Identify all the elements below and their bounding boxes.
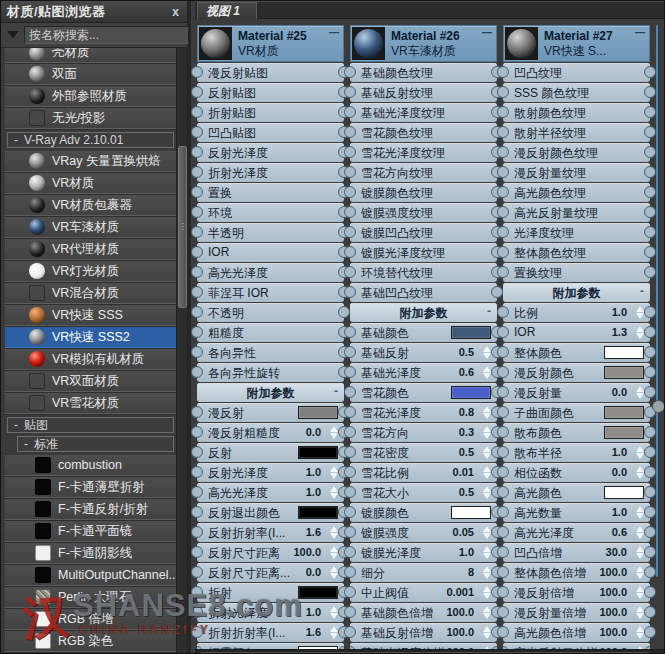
texture-slot-row[interactable]: 散射半径纹理	[503, 123, 650, 142]
horizontal-scrollbar[interactable]	[195, 649, 665, 654]
parameter-value-row[interactable]: 反射光泽度 1.0	[197, 463, 344, 482]
texture-slot-row[interactable]: 漫反射贴图	[197, 63, 344, 82]
texture-slot-row[interactable]: 凹凸贴图	[197, 123, 344, 142]
texture-slot-row[interactable]: 镀膜强度纹理	[350, 203, 497, 222]
parameter-value-row[interactable]: 折射光泽度 1.0	[197, 603, 344, 622]
parameter-value-row[interactable]: 散布半径 1.0	[503, 443, 650, 462]
output-socket[interactable]	[644, 206, 656, 218]
output-socket[interactable]	[644, 446, 656, 458]
sidebar-item[interactable]: VR模拟有机材质	[5, 349, 176, 370]
parameter-value[interactable]: 0.3	[459, 426, 474, 438]
parameter-value[interactable]: 100.0	[599, 626, 627, 638]
parameter-value[interactable]: 0.5	[459, 346, 474, 358]
output-socket[interactable]	[644, 486, 656, 498]
input-socket[interactable]	[191, 66, 203, 78]
parameter-value-row[interactable]: 雪花密度 0.5	[350, 443, 497, 462]
input-socket[interactable]	[497, 226, 509, 238]
parameter-value-row[interactable]: 镀膜光泽度 1.0	[350, 543, 497, 562]
input-socket[interactable]	[497, 206, 509, 218]
parameter-value-row[interactable]: 高光光泽度 0.6	[503, 523, 650, 542]
input-socket[interactable]	[344, 86, 356, 98]
parameter-value[interactable]: 100.0	[293, 546, 321, 558]
parameter-value-row[interactable]: 雪花光泽度 0.8	[350, 403, 497, 422]
parameter-value[interactable]: 100.0	[599, 566, 627, 578]
parameter-color-row[interactable]: 反射退出颜色	[197, 503, 344, 522]
sidebar-item[interactable]: 外部参照材质	[5, 86, 176, 107]
material-preview-sphere[interactable]	[199, 27, 232, 60]
texture-slot-row[interactable]: 镀膜凹凸纹理	[350, 223, 497, 242]
parameter-color-row[interactable]: 基础颜色	[350, 323, 497, 342]
texture-slot-row[interactable]: 高光颜色纹理	[503, 183, 650, 202]
input-socket[interactable]	[344, 146, 356, 158]
texture-slot-row[interactable]: 漫反射颜色纹理	[503, 143, 650, 162]
sidebar-item[interactable]: RGB 倍增	[5, 609, 176, 630]
parameter-value-row[interactable]: 雪花比例 0.01	[350, 463, 497, 482]
input-socket[interactable]	[497, 386, 509, 398]
input-socket[interactable]	[344, 586, 356, 598]
color-swatch[interactable]	[451, 386, 491, 399]
texture-slot-row[interactable]: 各向异性旋转	[197, 363, 344, 382]
input-socket[interactable]	[497, 486, 509, 498]
parameter-value-row[interactable]: 中止阀值 0.001	[350, 583, 497, 602]
parameter-value-row[interactable]: 雪花大小 0.5	[350, 483, 497, 502]
collapse-node-icon[interactable]: —	[329, 27, 339, 38]
parameter-color-row[interactable]: 折射	[197, 583, 344, 602]
texture-slot-row[interactable]: 粗糙度	[197, 323, 344, 342]
input-socket[interactable]	[497, 246, 509, 258]
texture-slot-row[interactable]: 置换纹理	[503, 263, 650, 282]
input-socket[interactable]	[191, 266, 203, 278]
input-socket[interactable]	[191, 466, 203, 478]
output-socket[interactable]	[644, 106, 656, 118]
output-socket[interactable]	[644, 586, 656, 598]
texture-slot-row[interactable]: 折射光泽度	[197, 163, 344, 182]
sidebar-item[interactable]: MultiOutputChannel...	[5, 565, 176, 586]
texture-slot-row[interactable]: 基础反射纹理	[350, 83, 497, 102]
texture-slot-row[interactable]: 雪花颜色纹理	[350, 123, 497, 142]
parameter-value-row[interactable]: 基础颜色倍增 100.0	[350, 603, 497, 622]
input-socket[interactable]	[497, 106, 509, 118]
texture-slot-row[interactable]: 基础凹凸纹理	[350, 283, 497, 302]
input-socket[interactable]	[497, 126, 509, 138]
input-socket[interactable]	[344, 566, 356, 578]
rollout-header-row[interactable]: 附加参数 -	[197, 383, 344, 402]
input-socket[interactable]	[191, 506, 203, 518]
texture-slot-row[interactable]: 菲涅耳 IOR	[197, 283, 344, 302]
sidebar-item[interactable]: VR车漆材质	[5, 217, 176, 238]
sidebar-item[interactable]: 壳材质	[5, 48, 176, 63]
sidebar-item[interactable]: VRay 矢量置换烘焙	[5, 151, 176, 172]
parameter-value[interactable]: 1.3	[612, 326, 627, 338]
parameter-value-row[interactable]: IOR 1.3	[503, 323, 650, 342]
sidebar-item[interactable]: VR雪花材质	[5, 393, 176, 414]
texture-slot-row[interactable]: 各向异性	[197, 343, 344, 362]
texture-slot-row[interactable]: 基础光泽度纹理	[350, 103, 497, 122]
sidebar-item[interactable]: VR灯光材质	[5, 261, 176, 282]
sidebar-scrollbar[interactable]	[176, 48, 187, 654]
sidebar-item[interactable]: VR材质	[5, 173, 176, 194]
parameter-value-row[interactable]: 高光颜色倍增 100.0	[503, 623, 650, 642]
sidebar-item[interactable]: F-卡通平面镜	[5, 521, 176, 542]
output-socket[interactable]	[644, 146, 656, 158]
texture-slot-row[interactable]: 半透明	[197, 223, 344, 242]
texture-slot-row[interactable]: 基础颜色纹理	[350, 63, 497, 82]
input-socket[interactable]	[191, 146, 203, 158]
parameter-value[interactable]: 100.0	[599, 586, 627, 598]
color-swatch[interactable]	[451, 506, 491, 519]
parameter-value[interactable]: 1.0	[612, 306, 627, 318]
close-icon[interactable]: x	[170, 5, 181, 19]
parameter-value-row[interactable]: 反射折射率(I... 1.6	[197, 523, 344, 542]
input-socket[interactable]	[191, 626, 203, 638]
input-socket[interactable]	[497, 346, 509, 358]
input-socket[interactable]	[344, 186, 356, 198]
output-socket[interactable]	[644, 266, 656, 278]
material-node-header[interactable]: Material #25 VR材质 —	[197, 25, 344, 62]
parameter-value[interactable]: 0.0	[612, 386, 627, 398]
parameter-value[interactable]: 0.05	[453, 526, 474, 538]
parameter-value[interactable]: 0.0	[306, 426, 321, 438]
parameter-color-row[interactable]: 子曲面颜色	[503, 403, 650, 422]
parameter-value-row[interactable]: 基础反射倍增 100.0	[350, 623, 497, 642]
input-socket[interactable]	[344, 546, 356, 558]
input-socket[interactable]	[497, 266, 509, 278]
parameter-color-row[interactable]: 整体颜色	[503, 343, 650, 362]
sidebar-item[interactable]: 无光/投影	[5, 108, 176, 129]
parameter-value[interactable]: 100.0	[446, 606, 474, 618]
